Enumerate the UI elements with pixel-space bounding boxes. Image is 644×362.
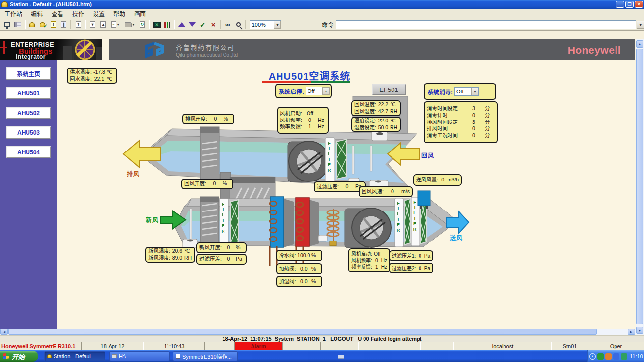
display-margin (0, 31, 644, 39)
message-summary-icon[interactable]: ∥ (58, 20, 69, 30)
command-label: 命令 (322, 20, 334, 29)
tray-collapse-icon[interactable]: ‹ (589, 353, 596, 360)
app-icon (1, 1, 8, 7)
fresh-open-box: 新风开度:0% (196, 242, 247, 253)
back-icon[interactable]: «▼ (109, 20, 123, 30)
supply-fan (345, 208, 391, 248)
zoom-combo[interactable]: 100% ▼ (250, 20, 281, 29)
status-host: localhost (454, 342, 552, 350)
system-start-control: 系统启停: Off▼ (275, 84, 332, 98)
supply-water-box: 供水温度:-17.8℃ 回水温度:22.1℃ (67, 68, 117, 84)
keyboard-icon[interactable] (338, 355, 344, 359)
status-product: Honeywell SymmetrE R310.1 (0, 342, 81, 350)
menu-action[interactable]: 操作 (68, 9, 88, 18)
command-input[interactable] (336, 20, 636, 29)
exhaust-damper (200, 127, 219, 181)
tray-icon-3[interactable] (613, 353, 619, 360)
menu-configure[interactable]: 设置 (88, 9, 109, 18)
return-velocity-box: 回风风速:0m/s (359, 186, 413, 197)
start-button[interactable]: 开始 (0, 351, 38, 362)
window-title: Station - Default - (AHU501.htm) (10, 1, 92, 7)
station-icon[interactable] (2, 20, 12, 30)
trend-icon[interactable]: ✕ (151, 20, 162, 30)
filter-dp1-box: 过滤压差1:0Pa (389, 250, 433, 261)
operator-view-icon[interactable]: ∞ (223, 20, 233, 30)
page-up-icon[interactable]: ▴ (98, 20, 108, 30)
tray-icon-1[interactable] (597, 353, 604, 360)
system-start-select[interactable]: Off▼ (306, 87, 330, 95)
honeywell-logo: Honeywell (568, 44, 621, 56)
sidebar-item-ahu502[interactable]: AHU502 (6, 107, 51, 119)
zoom-value: 100% (250, 22, 274, 28)
supply-air-label: 送风 (450, 233, 463, 241)
company-header: 齐鲁制药有限公司 Qilu pharmaceutical Co.,ltd Hon… (109, 39, 635, 60)
task-explorer[interactable]: H:\ (109, 351, 170, 361)
zoom-icon[interactable] (233, 20, 243, 30)
folder-icon[interactable]: ▼ (123, 20, 137, 30)
status-spare-5 (421, 342, 454, 350)
horizontal-scrollbar[interactable]: ◀ ▶ (0, 329, 636, 335)
refresh-icon[interactable]: ↻ (137, 20, 147, 30)
event-summary-icon[interactable]: ! (48, 20, 58, 30)
event-message-line: 18-Apr-12 11:07:15 System STATION 1 LOGO… (0, 335, 644, 342)
scroll-left-icon[interactable]: ◀ (0, 329, 8, 335)
minimize-button[interactable]: _ (616, 1, 624, 8)
scroll-down-icon[interactable]: ▼ (636, 327, 643, 334)
raise-icon[interactable] (176, 20, 187, 30)
display-icon[interactable] (12, 20, 23, 30)
disinfect-panel: 消毒时间设定3分 消毒计时0分 排风时间设定3分 排风时间0分 消毒工况时间0分 (424, 101, 498, 143)
tray-clock: 11:10 (630, 353, 643, 359)
ef501-button[interactable]: EF501 (372, 84, 406, 95)
sidebar-item-ahu503[interactable]: AHU503 (6, 126, 51, 139)
cancel-icon[interactable]: × (208, 20, 219, 30)
scroll-up-icon[interactable]: ▲ (636, 40, 643, 48)
title-underline-green (311, 81, 350, 83)
heat-valve-box: 加热阀:0.0% (276, 263, 322, 274)
group-icon[interactable] (162, 20, 172, 30)
help-page-icon[interactable]: ? (73, 20, 83, 30)
status-alarm[interactable]: Alarm (234, 342, 282, 350)
confirm-icon[interactable]: ✓ (197, 20, 208, 30)
task-document[interactable]: SymmetrE310操作... (173, 351, 238, 361)
menu-help[interactable]: 帮助 (109, 9, 130, 18)
status-spare-1 (204, 342, 234, 350)
filter-label-4: FILTER (412, 200, 417, 232)
alarm-icon[interactable] (27, 20, 37, 30)
tray-icon-2[interactable] (605, 353, 612, 360)
vertical-scrollbar[interactable]: ▲ ▼ (636, 39, 644, 335)
title-underline-red (262, 81, 311, 83)
fresh-air-label: 新风 (146, 215, 159, 224)
tray-icon-4[interactable] (621, 353, 627, 360)
alarm-ack-icon[interactable]: ✓ (37, 20, 48, 30)
sidebar-item-ahu504[interactable]: AHU504 (6, 146, 51, 158)
lower-icon[interactable] (187, 20, 197, 30)
command-dropdown-icon[interactable]: ▼ (637, 21, 644, 29)
menu-edit[interactable]: 编辑 (27, 9, 47, 18)
company-logo (140, 40, 169, 59)
supply-fan-box: 风机启动:Off 风机频率:0Hz 频率反馈:1Hz (348, 248, 390, 272)
task-station[interactable]: Station - Defaul (44, 351, 105, 361)
zoom-dropdown-icon[interactable]: ▼ (274, 21, 281, 29)
menu-display[interactable]: 画面 (130, 9, 150, 18)
system-disinfect-label: 系统消毒: (427, 88, 453, 96)
close-button[interactable]: × (635, 1, 643, 8)
title-bar[interactable]: Station - Default - (AHU501.htm) _ ❐ × (0, 0, 644, 9)
humid-valve-box: 加湿阀:0.0% (276, 276, 322, 287)
page-down-icon[interactable]: ▾ (87, 20, 98, 30)
menu-view[interactable]: 查看 (47, 9, 68, 18)
setpoints-box: 温度设定:22.0℃ 湿度设定:50.0RH (351, 117, 401, 132)
system-disinfect-select[interactable]: Off▼ (454, 87, 479, 96)
scroll-right-icon[interactable]: ▶ (628, 329, 635, 335)
compass-icon (0, 39, 102, 60)
company-name-en: Qilu pharmaceutical Co.,ltd (176, 52, 238, 58)
status-spare-3 (320, 342, 359, 350)
filter-label-3: FILTER (396, 201, 400, 233)
sidebar-item-home[interactable]: 系统主页 (6, 67, 51, 80)
taskbar: 开始 Station - Defaul H:\ SymmetrE310操作...… (0, 350, 644, 362)
exhaust-open-box: 排风开度:0% (182, 114, 234, 124)
sidebar-item-ahu501[interactable]: AHU501 (6, 87, 51, 99)
menu-station[interactable]: 工作站 (0, 9, 27, 18)
restore-button[interactable]: ❐ (625, 1, 634, 8)
supply-flow-box: 送风风量:0m3/h (413, 174, 462, 186)
fresh-damper (200, 197, 219, 244)
